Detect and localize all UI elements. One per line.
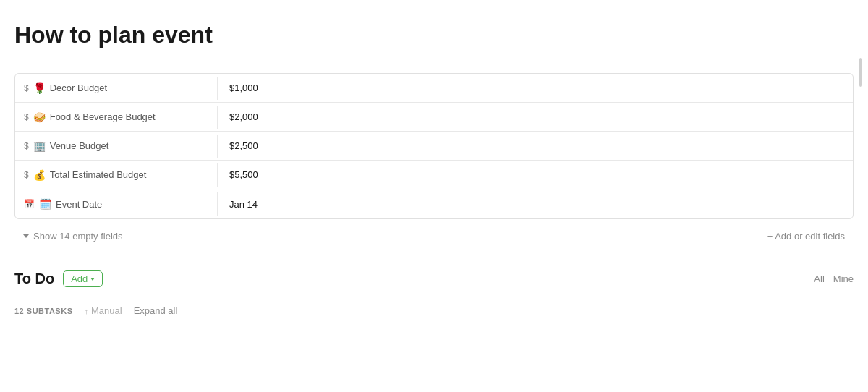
page-container: How to plan event $🌹Decor Budget$1,000$🥪… bbox=[0, 0, 868, 322]
manual-sort-button[interactable]: ↑ Manual bbox=[84, 305, 122, 316]
property-value[interactable]: $2,500 bbox=[218, 135, 853, 157]
property-label[interactable]: $🥪Food & Beverage Budget bbox=[15, 106, 218, 129]
dollar-icon: $ bbox=[24, 141, 29, 151]
property-name: Event Date bbox=[56, 199, 102, 210]
todo-title: To Do bbox=[14, 270, 54, 287]
property-name: Decor Budget bbox=[50, 82, 108, 93]
show-empty-label: Show 14 empty fields bbox=[33, 231, 123, 242]
property-emoji: 🌹 bbox=[33, 82, 46, 94]
properties-table: $🌹Decor Budget$1,000$🥪Food & Beverage Bu… bbox=[14, 73, 854, 219]
property-label[interactable]: $🌹Decor Budget bbox=[15, 77, 218, 100]
property-value[interactable]: $1,000 bbox=[218, 77, 853, 99]
add-button-label: Add bbox=[71, 273, 88, 284]
add-edit-fields-link[interactable]: + Add or edit fields bbox=[767, 231, 845, 242]
filter-all-button[interactable]: All bbox=[814, 273, 824, 284]
todo-filters: All Mine bbox=[814, 273, 854, 284]
show-empty-fields-button[interactable]: Show 14 empty fields bbox=[23, 231, 123, 242]
sort-label: Manual bbox=[91, 305, 122, 316]
dollar-icon: $ bbox=[24, 83, 29, 93]
property-emoji: 💰 bbox=[33, 169, 46, 181]
scrollbar[interactable] bbox=[859, 58, 862, 87]
calendar-icon: 📅 bbox=[24, 199, 35, 209]
dollar-icon: $ bbox=[24, 112, 29, 122]
property-row: $🏢Venue Budget$2,500 bbox=[15, 132, 853, 161]
show-empty-row: Show 14 empty fields + Add or edit field… bbox=[14, 225, 854, 247]
add-button-chevron-icon bbox=[90, 278, 95, 281]
property-name: Total Estimated Budget bbox=[50, 169, 147, 180]
property-label[interactable]: $💰Total Estimated Budget bbox=[15, 163, 218, 187]
todo-header: To Do Add All Mine bbox=[14, 270, 854, 287]
property-label[interactable]: 📅🗓️Event Date bbox=[15, 192, 218, 216]
subtasks-bar: 12 SUBTASKS ↑ Manual Expand all bbox=[14, 299, 854, 322]
page-title: How to plan event bbox=[14, 14, 854, 56]
dollar-icon: $ bbox=[24, 170, 29, 180]
expand-all-button[interactable]: Expand all bbox=[134, 305, 178, 316]
property-row: $🌹Decor Budget$1,000 bbox=[15, 74, 853, 103]
add-button[interactable]: Add bbox=[63, 270, 103, 287]
property-emoji: 🏢 bbox=[33, 140, 46, 152]
property-value[interactable]: $2,000 bbox=[218, 106, 853, 128]
filter-mine-button[interactable]: Mine bbox=[833, 273, 854, 284]
property-row: $🥪Food & Beverage Budget$2,000 bbox=[15, 103, 853, 132]
property-emoji: 🥪 bbox=[33, 111, 46, 123]
property-name: Venue Budget bbox=[50, 140, 109, 151]
sort-icon: ↑ bbox=[84, 307, 88, 315]
property-row: 📅🗓️Event DateJan 14 bbox=[15, 189, 853, 218]
chevron-down-icon bbox=[23, 234, 29, 238]
subtasks-count: 12 SUBTASKS bbox=[14, 307, 72, 315]
property-value[interactable]: Jan 14 bbox=[218, 193, 853, 216]
property-value[interactable]: $5,500 bbox=[218, 163, 853, 186]
todo-section: To Do Add All Mine 12 SUBTASKS ↑ Manual … bbox=[14, 270, 854, 322]
property-name: Food & Beverage Budget bbox=[50, 111, 156, 122]
property-emoji: 🗓️ bbox=[39, 198, 51, 210]
property-row: $💰Total Estimated Budget$5,500 bbox=[15, 161, 853, 189]
property-label[interactable]: $🏢Venue Budget bbox=[15, 135, 218, 158]
